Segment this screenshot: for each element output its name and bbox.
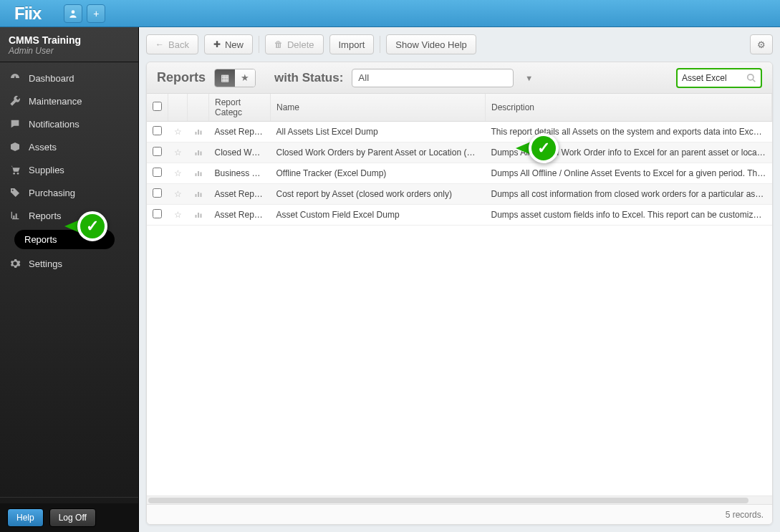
cart-icon	[9, 163, 21, 176]
row-checkbox[interactable]	[153, 126, 162, 135]
sidebar-item-label: Notifications	[29, 119, 80, 130]
bubble-icon	[9, 117, 21, 130]
svg-rect-18	[195, 215, 196, 218]
search-box	[676, 68, 762, 88]
new-button[interactable]: ✚ New	[204, 34, 253, 54]
star-icon[interactable]: ☆	[168, 184, 188, 205]
gauge-icon	[9, 72, 21, 84]
table-row[interactable]: ☆Closed Wor…Closed Work Orders by Parent…	[147, 142, 772, 163]
select-all-checkbox[interactable]	[153, 102, 162, 111]
status-select[interactable]	[352, 69, 514, 87]
cell-name: Asset Custom Field Excel Dump	[271, 205, 486, 226]
cell-name: Cost report by Asset (closed work orders…	[271, 184, 486, 205]
add-button[interactable]: +	[87, 4, 105, 23]
divider	[380, 36, 380, 53]
reports-panel: Reports ▦ ★ with Status: ▼	[146, 62, 773, 525]
record-count: 5 records.	[726, 510, 764, 520]
gear-icon: ⚙	[757, 39, 766, 50]
svg-rect-8	[200, 131, 201, 135]
table-row[interactable]: ☆Asset ReportsAsset Custom Field Excel D…	[147, 205, 772, 226]
sidebar-item-assets[interactable]: Assets	[0, 135, 138, 158]
svg-rect-10	[198, 150, 199, 155]
table-header-row: Report Categc Name Description	[147, 94, 772, 122]
settings-gear-button[interactable]: ⚙	[750, 34, 773, 54]
svg-rect-19	[198, 213, 199, 218]
search-icon[interactable]	[746, 73, 756, 83]
star-icon[interactable]: ☆	[168, 163, 188, 184]
chart-icon[interactable]	[188, 122, 209, 142]
cell-name: Closed Work Orders by Parent Asset or Lo…	[271, 142, 486, 163]
sidebar-item-purchasing[interactable]: Purchasing	[0, 181, 138, 204]
sidebar-item-label: Assets	[29, 142, 57, 153]
view-fav-toggle[interactable]: ★	[235, 69, 255, 87]
annotation-check-icon: ✓	[529, 133, 559, 163]
sidebar-item-maintenance[interactable]: Maintenance	[0, 90, 138, 112]
delete-button[interactable]: 🗑 Delete	[265, 34, 324, 54]
star-icon[interactable]: ☆	[168, 122, 188, 142]
plus-icon: +	[93, 8, 99, 19]
view-all-toggle[interactable]: ▦	[215, 69, 235, 87]
header-category[interactable]: Report Categc	[209, 94, 271, 122]
video-help-button[interactable]: Show Video Help	[386, 34, 476, 54]
sidebar-item-dashboard[interactable]: Dashboard	[0, 67, 138, 90]
content-toolbar: ← Back ✚ New 🗑 Delete Import Show Video	[146, 34, 773, 54]
row-checkbox[interactable]	[153, 168, 162, 177]
svg-rect-11	[200, 152, 201, 156]
table-row[interactable]: ☆Asset ReportsCost report by Asset (clos…	[147, 184, 772, 205]
sidebar-item-supplies[interactable]: Supplies	[0, 158, 138, 181]
logoff-button[interactable]: Log Off	[49, 508, 96, 527]
annotation-check-icon: ✓	[77, 211, 107, 241]
import-button[interactable]: Import	[329, 34, 375, 54]
cell-description: Dumps All Offline / Online Asset Events …	[486, 163, 772, 184]
chart-icon	[9, 209, 21, 222]
chart-icon[interactable]	[188, 163, 209, 184]
table-scroll[interactable]: Report Categc Name Description ☆Asset Re…	[147, 94, 772, 495]
sidebar-item-settings[interactable]: Settings	[0, 252, 138, 275]
star-icon[interactable]: ☆	[168, 205, 188, 226]
profile-button[interactable]	[64, 4, 82, 23]
sidebar-item-reports[interactable]: Reports	[0, 204, 138, 227]
help-button[interactable]: Help	[7, 508, 44, 527]
cell-name: Offline Tracker (Excel Dump)	[271, 163, 486, 184]
sidebar-item-label: Dashboard	[29, 73, 74, 84]
app-root: Fiix + CMMS Training Admin User Dashboar…	[0, 0, 780, 532]
svg-rect-13	[198, 171, 199, 176]
back-button[interactable]: ← Back	[146, 34, 198, 54]
svg-point-1	[13, 173, 15, 175]
svg-rect-15	[195, 194, 196, 197]
header-name[interactable]: Name	[271, 94, 486, 122]
chart-icon[interactable]	[188, 184, 209, 205]
tenant-block: CMMS Training Admin User	[0, 27, 138, 62]
content-area: ← Back ✚ New 🗑 Delete Import Show Video	[139, 27, 780, 532]
box-icon	[9, 140, 21, 153]
cell-description: This report details all Assets on the sy…	[486, 122, 772, 142]
chart-icon[interactable]	[188, 205, 209, 226]
svg-rect-20	[200, 214, 201, 218]
svg-line-5	[753, 79, 756, 82]
search-input[interactable]	[682, 73, 746, 83]
brand-logo: Fiix	[14, 4, 41, 24]
main-area: CMMS Training Admin User DashboardMainte…	[0, 27, 780, 532]
svg-rect-17	[200, 193, 201, 198]
reports-table: Report Categc Name Description ☆Asset Re…	[147, 94, 772, 226]
horizontal-scrollbar[interactable]	[147, 495, 772, 504]
row-checkbox[interactable]	[153, 188, 162, 198]
cell-category: Asset Reports	[209, 184, 271, 205]
star-icon[interactable]: ☆	[168, 142, 188, 163]
filter-dropdown-icon[interactable]: ▼	[525, 74, 533, 82]
header-description[interactable]: Description	[486, 94, 772, 122]
tenant-user: Admin User	[9, 46, 130, 56]
nav-list: DashboardMaintenanceNotificationsAssetsS…	[0, 62, 138, 279]
cell-category: Asset Reports	[209, 122, 271, 142]
arrow-left-icon: ←	[155, 39, 164, 49]
sidebar-item-notifications[interactable]: Notifications	[0, 112, 138, 135]
table-row[interactable]: ☆Business M…Offline Tracker (Excel Dump)…	[147, 163, 772, 184]
row-checkbox[interactable]	[153, 147, 162, 156]
table-row[interactable]: ☆Asset ReportsAll Assets List Excel Dump…	[147, 122, 772, 142]
chart-icon[interactable]	[188, 142, 209, 163]
svg-point-4	[748, 74, 753, 79]
svg-point-3	[12, 190, 14, 191]
top-bar: Fiix +	[0, 0, 780, 27]
scrollbar-thumb[interactable]	[148, 498, 748, 503]
row-checkbox[interactable]	[153, 209, 162, 218]
